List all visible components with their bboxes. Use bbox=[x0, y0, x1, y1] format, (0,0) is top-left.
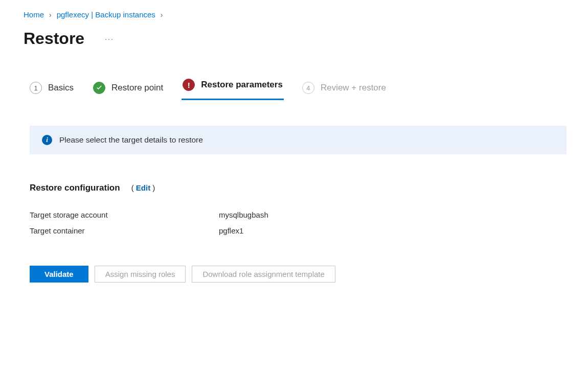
step-label: Restore point bbox=[111, 83, 163, 93]
info-banner: i Please select the target details to re… bbox=[30, 126, 567, 154]
step-restore-parameters[interactable]: ! Restore parameters bbox=[183, 79, 283, 97]
wizard-stepper: 1 Basics Restore point ! Restore paramet… bbox=[30, 79, 568, 97]
breadcrumb-backup-instances-link[interactable]: pgflexecy | Backup instances bbox=[57, 10, 155, 19]
download-role-assignment-template-button[interactable]: Download role assignment template bbox=[192, 266, 335, 283]
error-icon: ! bbox=[183, 79, 195, 91]
validate-button[interactable]: Validate bbox=[30, 266, 88, 283]
breadcrumb: Home › pgflexecy | Backup instances › bbox=[24, 10, 588, 19]
section-title: Restore configuration bbox=[30, 183, 120, 193]
more-actions-button[interactable]: ··· bbox=[105, 35, 114, 43]
config-value: mysqlbugbash bbox=[219, 210, 268, 219]
step-restore-point[interactable]: Restore point bbox=[93, 82, 163, 94]
action-button-row: Validate Assign missing roles Download r… bbox=[30, 266, 568, 283]
config-row-target-container: Target container pgflex1 bbox=[30, 226, 568, 235]
step-basics[interactable]: 1 Basics bbox=[30, 82, 74, 94]
breadcrumb-home-link[interactable]: Home bbox=[24, 10, 44, 19]
step-number-badge: 1 bbox=[30, 82, 42, 94]
edit-link[interactable]: Edit bbox=[136, 183, 150, 192]
step-review-restore[interactable]: 4 Review + restore bbox=[302, 82, 386, 94]
step-label: Review + restore bbox=[321, 83, 386, 93]
restore-config-header: Restore configuration ( Edit ) bbox=[30, 183, 568, 193]
config-label: Target container bbox=[30, 226, 219, 235]
assign-missing-roles-button[interactable]: Assign missing roles bbox=[95, 266, 186, 283]
step-label: Restore parameters bbox=[201, 80, 283, 90]
step-label: Basics bbox=[48, 83, 74, 93]
info-icon: i bbox=[42, 135, 52, 145]
edit-wrap: ( Edit ) bbox=[131, 183, 155, 192]
info-banner-text: Please select the target details to rest… bbox=[59, 135, 203, 145]
chevron-right-icon: › bbox=[49, 11, 52, 19]
config-label: Target storage account bbox=[30, 210, 219, 219]
config-row-target-storage-account: Target storage account mysqlbugbash bbox=[30, 210, 568, 219]
step-number-badge: 4 bbox=[302, 82, 314, 94]
chevron-right-icon: › bbox=[161, 11, 163, 19]
config-value: pgflex1 bbox=[219, 226, 243, 235]
check-icon bbox=[93, 82, 105, 94]
page-title: Restore bbox=[24, 29, 84, 48]
